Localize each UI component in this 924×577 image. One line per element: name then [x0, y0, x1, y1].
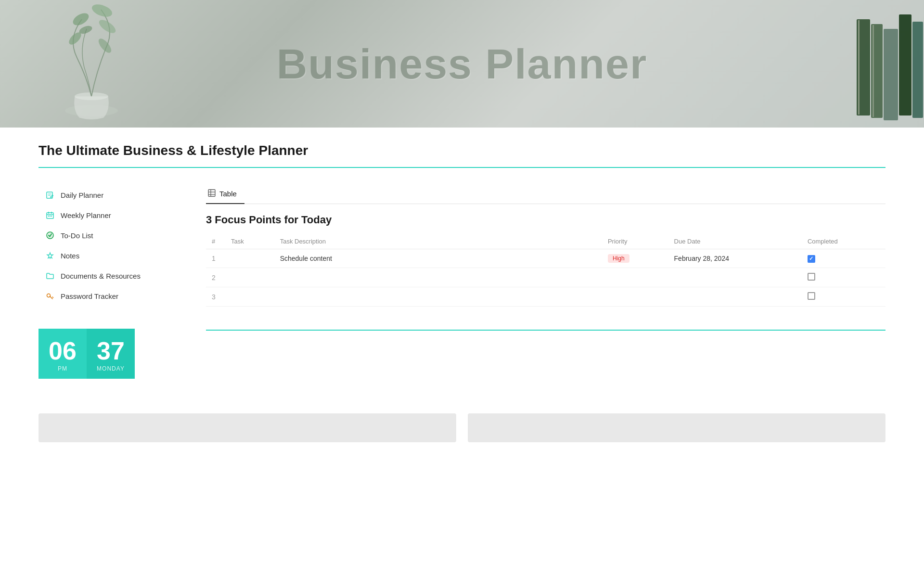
row-completed[interactable]	[802, 268, 886, 287]
row-task	[225, 249, 274, 268]
svg-rect-15	[873, 25, 874, 117]
tab-table[interactable]: Table	[206, 185, 244, 204]
clock-day: MONDAY	[97, 365, 125, 372]
clock-period: PM	[58, 365, 67, 372]
svg-rect-13	[912, 22, 923, 118]
pin-icon	[45, 251, 55, 260]
edit-icon	[45, 190, 55, 200]
row-description	[274, 268, 602, 287]
row-task	[225, 268, 274, 287]
row-num: 3	[206, 287, 225, 307]
row-due-date	[668, 287, 802, 307]
clock-hour-panel: 06 PM	[38, 329, 87, 379]
clock-minute: 37	[97, 338, 125, 363]
col-num-header: #	[206, 234, 225, 249]
bottom-panel-right	[468, 413, 886, 442]
sidebar-label-daily-planner: Daily Planner	[61, 191, 103, 199]
banner: Business Planner	[0, 0, 924, 128]
col-priority-header: Priority	[602, 234, 668, 249]
clock-minute-panel: 37 MONDAY	[87, 329, 135, 379]
task-column-label: Task	[231, 238, 244, 245]
col-duedate-header: Due Date	[668, 234, 802, 249]
svg-rect-14	[858, 20, 860, 115]
sidebar-item-password-tracker[interactable]: Password Tracker	[38, 286, 183, 306]
table-grid-icon	[208, 189, 216, 198]
sidebar-label-weekly-planner: Weekly Planner	[61, 211, 111, 219]
row-priority	[602, 268, 668, 287]
tab-table-label: Table	[219, 190, 237, 198]
right-content: Table 3 Focus Points for Today # Task	[206, 185, 886, 331]
svg-rect-19	[50, 216, 51, 217]
content-columns: Daily Planner Weekly Planner	[38, 185, 886, 379]
check-circle-icon	[45, 231, 55, 240]
completed-column-label: Completed	[808, 238, 838, 245]
checkbox-unchecked[interactable]	[808, 273, 815, 281]
sidebar-item-todo-list[interactable]: To-Do List	[38, 226, 183, 245]
col-description-header: Task Description	[274, 234, 602, 249]
banner-plant-decoration	[29, 0, 154, 128]
svg-point-2	[71, 11, 90, 27]
hash-icon: #	[212, 238, 215, 245]
duedate-column-label: Due Date	[674, 238, 701, 245]
row-priority: High	[602, 249, 668, 268]
table-row: 3	[206, 287, 886, 307]
sidebar-item-weekly-planner[interactable]: Weekly Planner	[38, 205, 183, 225]
svg-rect-20	[51, 216, 52, 217]
row-num: 2	[206, 268, 225, 287]
folder-icon	[45, 271, 55, 281]
checkbox-unchecked[interactable]	[808, 292, 815, 300]
sidebar-label-notes: Notes	[61, 252, 79, 260]
svg-point-7	[96, 37, 113, 55]
bottom-panel-left	[38, 413, 456, 442]
checkbox-checked[interactable]: ✓	[808, 255, 815, 263]
calendar-icon	[45, 210, 55, 220]
main-content: The Ultimate Business & Lifestyle Planne…	[0, 128, 924, 398]
main-divider	[38, 167, 886, 168]
priority-column-label: Priority	[608, 238, 627, 245]
table-row: 2	[206, 268, 886, 287]
sidebar: Daily Planner Weekly Planner	[38, 185, 183, 379]
tab-bar: Table	[206, 185, 886, 204]
sidebar-item-daily-planner[interactable]: Daily Planner	[38, 185, 183, 205]
row-num: 1	[206, 249, 225, 268]
key-icon	[45, 291, 55, 301]
row-priority	[602, 287, 668, 307]
table-row: 1Schedule contentHighFebruary 28, 2024✓	[206, 249, 886, 268]
bottom-panels	[0, 413, 924, 442]
svg-rect-24	[208, 190, 215, 196]
clock-hour: 06	[49, 338, 77, 363]
sidebar-item-documents[interactable]: Documents & Resources	[38, 266, 183, 285]
priority-badge: High	[608, 254, 629, 263]
col-task-header: Task	[225, 234, 274, 249]
banner-title: Business Planner	[277, 39, 648, 89]
focus-points-table: # Task Task Description Priority Due Dat	[206, 234, 886, 307]
svg-rect-11	[884, 29, 898, 120]
row-description	[274, 287, 602, 307]
sidebar-label-password-tracker: Password Tracker	[61, 292, 118, 300]
svg-rect-18	[48, 216, 49, 217]
row-due-date: February 28, 2024	[668, 249, 802, 268]
page-title: The Ultimate Business & Lifestyle Planne…	[38, 143, 886, 158]
svg-point-3	[90, 2, 114, 19]
description-column-label: Task Description	[280, 238, 326, 245]
sidebar-item-notes[interactable]: Notes	[38, 246, 183, 265]
sidebar-label-documents: Documents & Resources	[61, 272, 141, 280]
row-task	[225, 287, 274, 307]
banner-books-decoration	[770, 0, 924, 128]
col-completed-header: Completed	[802, 234, 886, 249]
row-completed[interactable]: ✓	[802, 249, 886, 268]
bottom-divider	[206, 330, 886, 331]
row-description: Schedule content	[274, 249, 602, 268]
focus-points-title: 3 Focus Points for Today	[206, 214, 886, 226]
row-completed[interactable]	[802, 287, 886, 307]
row-due-date	[668, 268, 802, 287]
clock-widget: 06 PM 37 MONDAY	[38, 329, 135, 379]
sidebar-label-todo-list: To-Do List	[61, 231, 93, 240]
svg-rect-12	[899, 14, 911, 115]
